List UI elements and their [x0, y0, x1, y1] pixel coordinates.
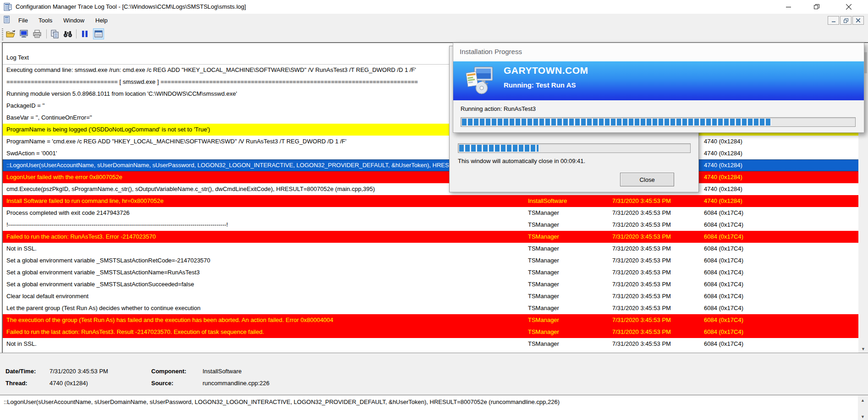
- package-progress-fill: [459, 145, 538, 152]
- log-message: Executing command line: smsswd.exe /run:…: [6, 64, 416, 76]
- log-thread: 4740 (0x1284): [704, 136, 742, 147]
- component-value: InstallSoftware: [203, 368, 242, 375]
- log-row[interactable]: Process completed with exit code 2147943…: [3, 207, 868, 219]
- log-datetime: 7/31/2020 3:45:53 PM: [612, 314, 671, 326]
- window-title: Configuration Manager Trace Log Tool - […: [16, 3, 246, 10]
- scroll-up-icon[interactable]: ▲: [858, 396, 868, 404]
- log-thread: 4740 (0x1284): [704, 147, 742, 159]
- log-thread: 6084 (0x17C4): [704, 326, 743, 338]
- restore-button[interactable]: [806, 0, 827, 14]
- countdown-message: This window will automatically close in …: [458, 158, 585, 164]
- action-progress-bar: [461, 117, 856, 127]
- log-row[interactable]: LogonUser failed with the error 0x800705…: [3, 171, 868, 183]
- title-bar: Configuration Manager Trace Log Tool - […: [0, 0, 868, 14]
- log-thread: 6084 (0x17C4): [704, 243, 743, 255]
- log-component: TSManager: [528, 314, 559, 326]
- app-icon: [4, 3, 12, 13]
- log-row[interactable]: Failed to run the last action: RunAsTest…: [3, 326, 868, 338]
- menu-help[interactable]: Help: [93, 16, 110, 25]
- log-message: Failed to run the action: RunAsTest3. Er…: [6, 231, 156, 243]
- menu-bar: File Tools Window Help: [0, 14, 868, 27]
- log-row[interactable]: Clear local default environment TSManage…: [3, 290, 868, 302]
- organization-name: GARYTOWN.COM: [504, 65, 588, 76]
- log-message: ::LogonUser(sUserAccountName, sUserDomai…: [6, 159, 490, 171]
- scroll-down-icon[interactable]: ▼: [858, 413, 868, 420]
- open-file-icon[interactable]: [5, 28, 16, 39]
- find-binoculars-icon[interactable]: [62, 28, 73, 39]
- log-row[interactable]: !---------------------------------------…: [3, 219, 868, 231]
- dialog-title-bar[interactable]: Installation Progress: [453, 43, 864, 61]
- log-component: TSManager: [528, 302, 559, 314]
- log-message: Not in SSL.: [6, 338, 37, 350]
- log-row[interactable]: The execution of the group (Test Run As)…: [3, 314, 868, 326]
- log-thread: 6084 (0x17C4): [704, 302, 743, 314]
- log-component: TSManager: [528, 219, 559, 231]
- log-thread: 4740 (0x1284): [704, 195, 742, 207]
- log-message: Not in SSL.: [6, 243, 37, 255]
- log-component: TSManager: [528, 231, 559, 243]
- log-message: SwdAction = '0001': [6, 147, 57, 159]
- log-row[interactable]: Install Software failed to run command l…: [3, 195, 868, 207]
- log-thread: 6084 (0x17C4): [704, 267, 743, 278]
- log-component: TSManager: [528, 338, 559, 350]
- log-component: TSManager: [528, 278, 559, 290]
- close-countdown-button[interactable]: Close: [620, 173, 674, 186]
- print-icon[interactable]: [32, 28, 43, 39]
- pause-icon[interactable]: [79, 28, 90, 39]
- log-row[interactable]: Not in SSL. TSManager 7/31/2020 3:45:53 …: [3, 243, 868, 255]
- toolbar-gripper[interactable]: [2, 28, 3, 40]
- log-message: cmd.Execute(pszPkgID, sProgramName.c_str…: [6, 183, 375, 195]
- log-message: Set a global environment variable _SMSTS…: [6, 278, 194, 290]
- running-action-text: Running action: RunAsTest3: [461, 105, 536, 112]
- log-component: TSManager: [528, 243, 559, 255]
- copy-icon[interactable]: [49, 28, 60, 39]
- log-datetime: 7/31/2020 3:45:53 PM: [612, 231, 671, 243]
- log-row[interactable]: Set a global environment variable _SMSTS…: [3, 267, 868, 278]
- error-lookup-icon[interactable]: [93, 28, 104, 39]
- menu-window[interactable]: Window: [60, 16, 87, 25]
- action-progress-fill: [462, 119, 771, 125]
- log-row[interactable]: Set a global environment variable _SMSTS…: [3, 255, 868, 267]
- log-row[interactable]: Failed to run the action: RunAsTest3. Er…: [3, 231, 868, 243]
- log-message: Install Software failed to run command l…: [6, 195, 164, 207]
- log-row[interactable]: Not in SSL. TSManager 7/31/2020 3:45:53 …: [3, 338, 868, 350]
- log-row[interactable]: SwdAction = '0001' 4740 (0x1284): [3, 147, 868, 159]
- log-message: Set a global environment variable _SMSTS…: [6, 255, 210, 267]
- datetime-value: 7/31/2020 3:45:53 PM: [49, 368, 108, 375]
- log-row[interactable]: Set a global environment variable _SMSTS…: [3, 278, 868, 290]
- log-message: Failed to run the last action: RunAsTest…: [6, 326, 264, 338]
- log-thread: 4740 (0x1284): [704, 183, 742, 195]
- log-datetime: 7/31/2020 3:45:53 PM: [612, 219, 671, 231]
- installer-icon: [465, 66, 494, 96]
- log-datetime: 7/31/2020 3:45:53 PM: [612, 243, 671, 255]
- menu-tools[interactable]: Tools: [36, 16, 55, 25]
- log-thread: 4740 (0x1284): [704, 159, 742, 171]
- log-datetime: 7/31/2020 3:45:53 PM: [612, 278, 671, 290]
- log-message: PackageID = '': [6, 100, 44, 112]
- preview-text: ::LogonUser(sUserAccountName, sUserDomai…: [4, 398, 560, 405]
- toolbar: [0, 27, 868, 43]
- log-message: !---------------------------------------…: [6, 219, 228, 231]
- mdi-restore-button[interactable]: [840, 16, 852, 25]
- log-datetime: 7/31/2020 3:45:53 PM: [612, 195, 671, 207]
- mdi-minimize-button[interactable]: [828, 16, 839, 25]
- log-text-header: Log Text: [6, 54, 29, 61]
- log-component: TSManager: [528, 255, 559, 267]
- log-thread: 4740 (0x1284): [704, 171, 742, 183]
- toolbar-separator: [46, 29, 47, 38]
- remote-monitor-icon[interactable]: [19, 28, 30, 39]
- menu-file[interactable]: File: [16, 16, 31, 25]
- scroll-down-icon[interactable]: ▼: [858, 345, 868, 353]
- close-button[interactable]: [838, 0, 859, 14]
- mdi-close-button[interactable]: [852, 16, 864, 25]
- log-row[interactable]: ::LogonUser(sUserAccountName, sUserDomai…: [3, 159, 868, 171]
- log-row[interactable]: ProgramName = 'cmd.exe /c REG ADD "HKEY_…: [3, 136, 868, 147]
- minimize-button[interactable]: [778, 0, 799, 14]
- log-thread: 6084 (0x17C4): [704, 255, 743, 267]
- source-value: runcommandline.cpp:226: [203, 380, 269, 387]
- log-row[interactable]: cmd.Execute(pszPkgID, sProgramName.c_str…: [3, 183, 868, 195]
- preview-scrollbar[interactable]: ▲ ▼: [858, 396, 868, 420]
- log-thread: 6084 (0x17C4): [704, 207, 743, 219]
- log-message: Running module version 5.0.8968.1011 fro…: [6, 88, 237, 100]
- log-row[interactable]: Let the parent group (Test Run As) decid…: [3, 302, 868, 314]
